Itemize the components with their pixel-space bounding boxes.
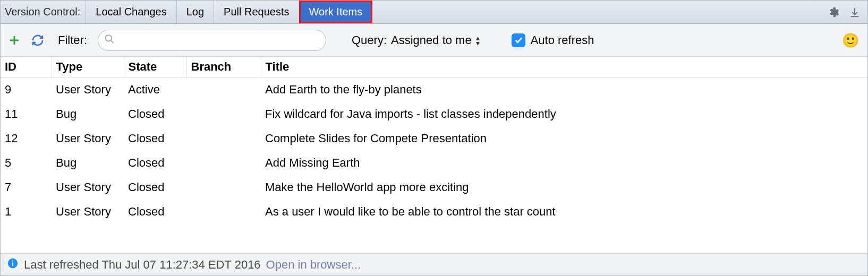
svg-point-0 xyxy=(106,35,112,41)
table-row[interactable]: 11BugClosedFix wildcard for Java imports… xyxy=(1,102,867,126)
table-row[interactable]: 12User StoryClosedComplete Slides for Co… xyxy=(1,126,867,151)
tab-pull-requests[interactable]: Pull Requests xyxy=(214,1,299,23)
query-label: Query: xyxy=(352,33,387,47)
version-control-label: Version Control: xyxy=(1,1,86,23)
tab-log[interactable]: Log xyxy=(176,1,214,23)
col-id[interactable]: ID xyxy=(1,57,52,77)
table-row[interactable]: 1User StoryClosedAs a user I would like … xyxy=(1,200,867,224)
cell-type: User Story xyxy=(52,200,124,224)
cell-type: Bug xyxy=(52,151,124,175)
search-icon xyxy=(104,33,115,47)
auto-refresh-label: Auto refresh xyxy=(531,33,594,47)
tab-local-changes[interactable]: Local Changes xyxy=(86,1,176,23)
query-selector[interactable]: Query: Assigned to me ▴▾ xyxy=(352,33,480,47)
filter-input[interactable] xyxy=(98,30,326,51)
cell-type: Bug xyxy=(52,102,124,126)
col-branch[interactable]: Branch xyxy=(186,57,261,77)
cell-id: 12 xyxy=(1,126,52,151)
col-state[interactable]: State xyxy=(124,57,186,77)
cell-title: Complete Slides for Compete Presentation xyxy=(261,126,867,151)
last-refreshed-text: Last refreshed Thu Jul 07 11:27:34 EDT 2… xyxy=(24,258,261,272)
svg-rect-2 xyxy=(12,262,13,266)
work-items-table: ID Type State Branch Title 9User StoryAc… xyxy=(1,57,867,253)
cell-branch xyxy=(186,102,261,126)
status-bar: Last refreshed Thu Jul 07 11:27:34 EDT 2… xyxy=(1,253,867,275)
cell-id: 5 xyxy=(1,151,52,175)
cell-branch xyxy=(186,200,261,224)
cell-state: Closed xyxy=(124,126,186,151)
cell-title: Add Missing Earth xyxy=(261,151,867,175)
info-icon xyxy=(7,257,19,272)
cell-branch xyxy=(186,126,261,151)
cell-id: 9 xyxy=(1,77,52,102)
cell-branch xyxy=(186,175,261,200)
work-items-toolbar: Filter: Query: Assigned to me ▴▾ Auto re… xyxy=(1,24,867,57)
cell-state: Closed xyxy=(124,102,186,126)
filter-label: Filter: xyxy=(58,33,87,47)
table-row[interactable]: 7User StoryClosedMake the HelloWorld app… xyxy=(1,175,867,200)
cell-title: Fix wildcard for Java imports - list cla… xyxy=(261,102,867,126)
open-in-browser-link[interactable]: Open in browser... xyxy=(266,258,361,272)
download-icon[interactable] xyxy=(848,6,861,19)
cell-type: User Story xyxy=(52,126,124,151)
refresh-button[interactable] xyxy=(31,34,44,47)
gear-icon[interactable] xyxy=(827,6,840,19)
cell-id: 7 xyxy=(1,175,52,200)
cell-state: Closed xyxy=(124,200,186,224)
cell-title: Make the HelloWorld app more exciting xyxy=(261,175,867,200)
query-value: Assigned to me xyxy=(391,33,472,47)
cell-id: 11 xyxy=(1,102,52,126)
cell-state: Closed xyxy=(124,175,186,200)
cell-state: Closed xyxy=(124,151,186,175)
chevron-up-down-icon: ▴▾ xyxy=(476,35,480,46)
checkbox-checked-icon xyxy=(512,33,525,47)
col-type[interactable]: Type xyxy=(52,57,124,77)
cell-type: User Story xyxy=(52,77,124,102)
cell-branch xyxy=(186,151,261,175)
cell-branch xyxy=(186,77,261,102)
cell-title: Add Earth to the fly-by planets xyxy=(261,77,867,102)
add-work-item-button[interactable] xyxy=(8,34,21,47)
cell-title: As a user I would like to be able to con… xyxy=(261,200,867,224)
tab-work-items[interactable]: Work Items xyxy=(299,1,373,23)
col-title[interactable]: Title xyxy=(261,57,867,77)
cell-state: Active xyxy=(124,77,186,102)
table-row[interactable]: 9User StoryActiveAdd Earth to the fly-by… xyxy=(1,77,867,102)
svg-rect-3 xyxy=(12,260,13,261)
table-row[interactable]: 5BugClosedAdd Missing Earth xyxy=(1,151,867,175)
version-control-tabbar: Version Control: Local Changes Log Pull … xyxy=(1,1,867,24)
cell-id: 1 xyxy=(1,200,52,224)
cell-type: User Story xyxy=(52,175,124,200)
smiley-icon[interactable]: 🙂 xyxy=(842,32,859,48)
auto-refresh-toggle[interactable]: Auto refresh xyxy=(512,33,594,47)
